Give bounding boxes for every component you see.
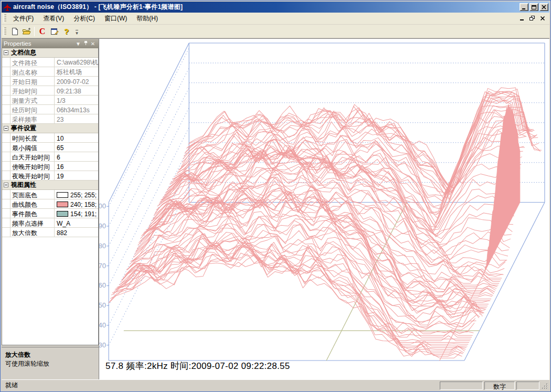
property-value-text: 09:21:38 bbox=[57, 88, 81, 95]
property-row-1-0[interactable]: 时间长度10 bbox=[2, 133, 98, 143]
color-swatch[interactable] bbox=[57, 192, 68, 198]
row-gutter bbox=[2, 114, 10, 123]
property-row-1-1[interactable]: 最小阈值65 bbox=[2, 143, 98, 152]
property-value-text: 154; 191; 186 bbox=[70, 210, 98, 218]
property-label: 文件路径 bbox=[10, 58, 55, 67]
color-swatch[interactable] bbox=[57, 211, 68, 217]
waterfall-3d-plot[interactable]: 10090807060504030 bbox=[99, 39, 549, 379]
app-window: aircraft noise（ISO3891） - [飞机噪声分析1-事件1频谱… bbox=[0, 0, 551, 392]
property-row-2-3[interactable]: 频率点选择W_A bbox=[2, 218, 98, 228]
property-value[interactable]: 16 bbox=[55, 162, 98, 171]
maximize-button[interactable] bbox=[529, 3, 538, 11]
mdi-close-icon[interactable] bbox=[540, 16, 545, 21]
property-row-2-4[interactable]: 放大倍数882 bbox=[2, 228, 98, 237]
property-row-0-5: 经历时间06h34m13s bbox=[2, 105, 98, 114]
panel-pin-icon[interactable] bbox=[82, 40, 89, 47]
property-label: 测量方式 bbox=[10, 96, 55, 104]
property-value: C:\awa6298\机场 bbox=[55, 58, 98, 67]
status-cell-3 bbox=[516, 382, 539, 390]
spectrum-chart-area[interactable]: 10090807060504030 57.8 频率:2kHz 时间:2009-0… bbox=[99, 39, 549, 379]
property-row-1-4[interactable]: 夜晚开始时间19 bbox=[2, 171, 98, 181]
property-value[interactable]: 19 bbox=[55, 171, 98, 180]
color-swatch[interactable] bbox=[57, 202, 68, 207]
property-value-text: 06h34m13s bbox=[57, 107, 90, 114]
menu-item-2[interactable]: 分析(C) bbox=[69, 13, 100, 25]
status-cell-1 bbox=[440, 382, 483, 390]
property-value-text: 240; 158; 158 bbox=[70, 201, 98, 208]
property-row-2-0[interactable]: 页面底色255; 255; 255 bbox=[2, 190, 98, 199]
section-header-1[interactable]: 事件设置 bbox=[2, 124, 98, 133]
chevron-down-icon: ▼ bbox=[75, 31, 79, 36]
calibration-c-icon: C bbox=[39, 27, 46, 36]
property-row-2-1[interactable]: 曲线颜色240; 158; 158 bbox=[2, 199, 98, 209]
property-value-text: 65 bbox=[57, 144, 63, 152]
property-value: 23 bbox=[55, 114, 98, 123]
menu-bar: 文件(F)查看(V)分析(C)窗口(W)帮助(H) bbox=[2, 13, 549, 25]
open-folder-icon bbox=[22, 27, 31, 36]
collapse-icon[interactable] bbox=[4, 50, 8, 55]
menu-item-4[interactable]: 帮助(H) bbox=[132, 13, 163, 25]
row-gutter bbox=[2, 86, 10, 95]
property-label: 经历时间 bbox=[10, 105, 55, 114]
toolbar-overflow-button[interactable]: ▼ bbox=[73, 26, 80, 37]
cursor-readout-label: 57.8 频率:2kHz 时间:2009-07-02 09:22:28.55 bbox=[105, 360, 290, 372]
mdi-restore-icon[interactable] bbox=[529, 16, 535, 21]
row-gutter bbox=[2, 228, 10, 237]
toolbar-gripper[interactable] bbox=[4, 27, 6, 36]
property-row-2-2[interactable]: 事件颜色154; 191; 186 bbox=[2, 209, 98, 218]
minimize-button[interactable] bbox=[520, 3, 528, 11]
section-header-0[interactable]: 文档信息 bbox=[2, 48, 98, 58]
collapse-icon[interactable] bbox=[4, 183, 8, 187]
collapse-icon[interactable] bbox=[4, 126, 8, 131]
property-value: 06h34m13s bbox=[55, 105, 98, 114]
row-gutter bbox=[2, 190, 10, 199]
property-value[interactable]: 65 bbox=[55, 143, 98, 152]
resize-grip[interactable] bbox=[541, 382, 548, 390]
properties-panel-titlebar[interactable]: Properties ▼ ✕ bbox=[2, 39, 99, 48]
row-gutter bbox=[2, 152, 10, 161]
property-row-1-3[interactable]: 傍晚开始时间16 bbox=[2, 162, 98, 171]
property-value[interactable]: 882 bbox=[55, 228, 98, 237]
property-label: 测点名称 bbox=[10, 67, 55, 76]
open-file-button[interactable] bbox=[20, 26, 33, 37]
mdi-minimize-icon[interactable] bbox=[520, 16, 525, 21]
property-label: 开始时间 bbox=[10, 86, 55, 95]
menu-item-3[interactable]: 窗口(W) bbox=[100, 13, 132, 25]
close-button[interactable] bbox=[539, 3, 548, 11]
help-button[interactable]: ? bbox=[60, 26, 72, 37]
property-value: 09:21:38 bbox=[55, 86, 98, 95]
property-row-1-2[interactable]: 白天开始时间6 bbox=[2, 152, 98, 162]
title-bar[interactable]: aircraft noise（ISO3891） - [飞机噪声分析1-事件1频谱… bbox=[2, 2, 549, 13]
property-value[interactable]: 154; 191; 186 bbox=[55, 209, 98, 218]
menu-item-0[interactable]: 文件(F) bbox=[8, 13, 38, 25]
row-gutter bbox=[2, 162, 10, 171]
new-document-icon bbox=[10, 27, 19, 36]
property-label: 采样频率 bbox=[10, 114, 55, 123]
svg-text:30: 30 bbox=[99, 341, 106, 349]
property-value: 2009-07-02 bbox=[55, 77, 98, 86]
panel-menu-chevron-icon[interactable]: ▼ bbox=[75, 41, 82, 47]
row-gutter bbox=[2, 96, 10, 104]
section-header-2[interactable]: 视图属性 bbox=[2, 181, 98, 190]
menu-gripper[interactable] bbox=[4, 14, 6, 23]
property-value[interactable]: 255; 255; 255 bbox=[55, 190, 98, 199]
calibration-button[interactable]: C bbox=[36, 26, 48, 37]
new-document-button[interactable] bbox=[8, 26, 20, 37]
property-label: 曲线颜色 bbox=[10, 199, 55, 208]
property-value-text: 882 bbox=[57, 229, 67, 237]
property-label: 夜晚开始时间 bbox=[10, 171, 55, 180]
menu-item-1[interactable]: 查看(V) bbox=[38, 13, 69, 25]
property-row-0-1: 测点名称栎社机场 bbox=[2, 67, 98, 77]
row-gutter bbox=[2, 133, 10, 142]
property-label: 页面底色 bbox=[10, 190, 55, 199]
property-description: 放大倍数 可使用滚轮缩放 bbox=[2, 347, 99, 379]
property-value-text: C:\awa6298\机场 bbox=[57, 58, 98, 67]
property-value[interactable]: 6 bbox=[55, 152, 98, 161]
property-value[interactable]: 240; 158; 158 bbox=[55, 199, 98, 208]
property-value[interactable]: W_A bbox=[55, 218, 98, 227]
svg-text:50: 50 bbox=[99, 301, 106, 309]
property-row-0-4: 测量方式1/3 bbox=[2, 96, 98, 105]
panel-close-icon[interactable]: ✕ bbox=[89, 41, 97, 47]
property-value[interactable]: 10 bbox=[55, 133, 98, 142]
properties-button[interactable] bbox=[48, 26, 60, 37]
